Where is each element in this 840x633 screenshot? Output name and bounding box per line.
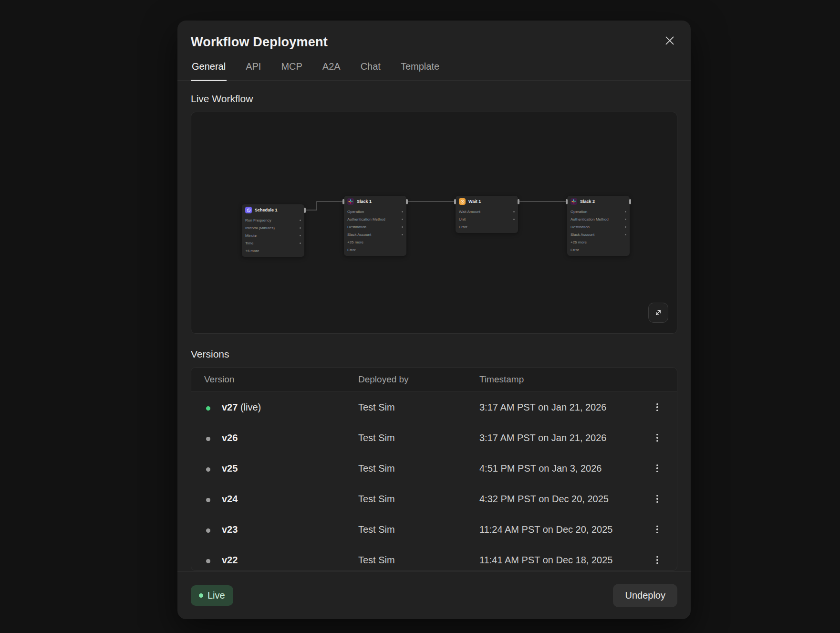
workflow-node-schedule-1: Schedule 1Run FrequencyInterval (Minutes…: [242, 204, 304, 257]
version-label: v23: [222, 524, 358, 535]
version-label: v22: [222, 555, 358, 566]
version-row-v24[interactable]: v24Test Sim4:32 PM PST on Dec 20, 2025: [191, 484, 677, 514]
row-menu-button[interactable]: [649, 491, 665, 507]
live-status-dot-icon: [199, 593, 203, 598]
undeploy-button[interactable]: Undeploy: [613, 584, 677, 607]
node-title: Slack 2: [580, 199, 595, 204]
tab-chat[interactable]: Chat: [360, 58, 382, 80]
version-status-dot: [206, 467, 210, 472]
field-port: [300, 243, 301, 244]
workflow-node-slack-1: Slack 1OperationAuthentication MethodDes…: [344, 196, 406, 256]
node-title: Slack 1: [357, 199, 372, 204]
node-field: Slack Account: [344, 231, 406, 238]
connection-handle-right: [406, 199, 408, 204]
node-field: +26 more: [567, 238, 630, 246]
timestamp: 3:17 AM PST on Jan 21, 2026: [479, 402, 643, 413]
tab-a2a[interactable]: A2A: [321, 58, 342, 80]
connection-handle-left: [342, 199, 344, 204]
node-field: Unit: [456, 215, 518, 223]
deployed-by: Test Sim: [358, 433, 479, 443]
deployed-by: Test Sim: [358, 555, 479, 566]
field-port: [513, 211, 515, 212]
node-field: +26 more: [344, 238, 406, 246]
version-label: v24: [222, 494, 358, 505]
node-field: Destination: [567, 223, 630, 231]
schedule-clock-icon: [245, 207, 252, 213]
slack-icon: [570, 198, 577, 205]
wait-clock-icon: [459, 198, 466, 205]
field-port: [625, 211, 626, 212]
workflow-node-wait-1: Wait 1Wait AmountUnitError: [456, 196, 518, 233]
connection-handle-right: [518, 199, 519, 204]
node-field: Operation: [567, 208, 630, 215]
tab-mcp[interactable]: MCP: [280, 58, 303, 80]
node-field: Error: [567, 246, 630, 253]
live-status-label: Live: [207, 590, 225, 601]
column-header-version: Version: [204, 374, 358, 385]
connection-handle-left: [454, 199, 456, 204]
version-row-v23[interactable]: v23Test Sim11:24 AM PST on Dec 20, 2025: [191, 514, 677, 545]
live-workflow-heading: Live Workflow: [191, 93, 677, 105]
version-row-v25[interactable]: v25Test Sim4:51 PM PST on Jan 3, 2026: [191, 453, 677, 484]
field-port: [402, 226, 403, 228]
version-status-dot: [206, 528, 210, 533]
timestamp: 3:17 AM PST on Jan 21, 2026: [479, 433, 643, 443]
table-body: v27 (live)Test Sim3:17 AM PST on Jan 21,…: [191, 392, 677, 571]
node-field: Run Frequency: [242, 216, 304, 224]
version-row-v22[interactable]: v22Test Sim11:41 AM PST on Dec 18, 2025: [191, 545, 677, 571]
node-field: Slack Account: [567, 231, 630, 238]
expand-icon: [653, 308, 663, 317]
tab-template[interactable]: Template: [400, 58, 440, 80]
versions-table: Version Deployed by Timestamp v27 (live)…: [191, 367, 677, 571]
node-field: Error: [456, 223, 518, 231]
deployed-by: Test Sim: [358, 524, 479, 535]
connection-handle-right: [629, 199, 631, 204]
tab-api[interactable]: API: [245, 58, 262, 80]
node-title: Schedule 1: [255, 208, 278, 212]
field-port: [300, 220, 301, 221]
row-menu-button[interactable]: [649, 521, 665, 538]
timestamp: 4:51 PM PST on Jan 3, 2026: [479, 463, 643, 474]
versions-heading: Versions: [191, 348, 677, 360]
row-menu-button[interactable]: [649, 430, 665, 446]
tab-bar: GeneralAPIMCPA2AChatTemplate: [177, 58, 691, 81]
modal-footer: Live Undeploy: [177, 571, 691, 619]
field-port: [625, 234, 626, 235]
field-port: [402, 234, 403, 235]
node-field: Error: [344, 246, 406, 253]
workflow-preview: Schedule 1Run FrequencyInterval (Minutes…: [191, 112, 677, 334]
expand-button[interactable]: [648, 303, 668, 323]
close-button[interactable]: [662, 33, 677, 48]
connection-handle-left: [566, 199, 568, 204]
timestamp: 11:41 AM PST on Dec 18, 2025: [479, 555, 643, 566]
slack-icon: [347, 198, 354, 205]
version-status-dot: [206, 406, 210, 411]
field-port: [625, 226, 626, 228]
version-status-dot: [206, 498, 210, 502]
node-field: Authentication Method: [344, 215, 406, 223]
page-title: Workflow Deployment: [191, 35, 676, 50]
node-field: Operation: [344, 208, 406, 215]
version-row-v26[interactable]: v26Test Sim3:17 AM PST on Jan 21, 2026: [191, 422, 677, 453]
version-row-v27[interactable]: v27 (live)Test Sim3:17 AM PST on Jan 21,…: [191, 392, 677, 422]
node-title: Wait 1: [468, 199, 481, 204]
version-label: v25: [222, 463, 358, 474]
deployed-by: Test Sim: [358, 494, 479, 505]
table-header-row: Version Deployed by Timestamp: [191, 368, 677, 392]
node-field: Minute: [242, 232, 304, 239]
workflow-deployment-modal: Workflow Deployment GeneralAPIMCPA2AChat…: [177, 21, 691, 619]
row-menu-button[interactable]: [649, 552, 665, 568]
version-status-dot: [206, 437, 210, 441]
field-port: [402, 219, 403, 220]
version-label: v26: [222, 433, 358, 443]
node-field: Destination: [344, 223, 406, 231]
field-port: [625, 219, 626, 220]
node-field: Interval (Minutes): [242, 224, 304, 232]
field-port: [402, 211, 403, 212]
modal-content: Live Workflow Schedule 1Run FrequencyInt…: [177, 93, 691, 571]
tab-general[interactable]: General: [191, 58, 227, 81]
row-menu-button[interactable]: [649, 460, 665, 476]
deployed-by: Test Sim: [358, 402, 479, 413]
close-icon: [664, 34, 676, 47]
row-menu-button[interactable]: [649, 399, 665, 415]
